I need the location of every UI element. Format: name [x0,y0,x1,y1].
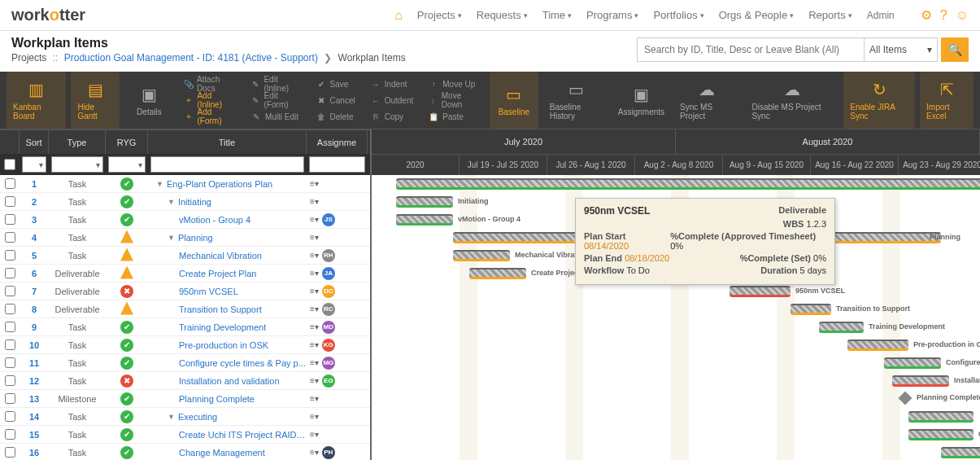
save-button[interactable]: ✔Save [316,77,355,91]
kanban-button[interactable]: ▥Kanban Board [7,72,66,129]
type-filter[interactable]: ▾ [51,156,103,173]
assignments-button[interactable]: ▣Assignments [614,72,669,129]
row-menu-icon[interactable]: ≡▾ [310,179,319,188]
task-link[interactable]: Executing [178,412,217,422]
task-link[interactable]: Pre-production in OSK [179,340,268,350]
row-menu-icon[interactable]: ≡▾ [310,304,319,313]
task-link[interactable]: Create Project Plan [179,269,256,278]
task-link[interactable]: Configure cycle times & Pay p... [179,358,306,368]
jira-sync-button[interactable]: ↻Enable JIRA Sync [843,72,915,129]
row-checkbox[interactable] [5,304,15,314]
cancel-button[interactable]: ✖Cancel [316,93,355,107]
baseline-button[interactable]: ▭Baseline [490,72,538,129]
search-button[interactable]: 🔍 [941,37,969,62]
row-menu-icon[interactable]: ≡▾ [310,215,319,224]
task-link[interactable]: 950nm VCSEL [179,287,238,296]
table-row[interactable]: 2Task✔▼Initiating≡▾ [0,193,370,211]
nav-reports[interactable]: Reports ▾ [808,9,852,21]
sort-filter[interactable]: ▾ [22,156,46,173]
edit-inline-button[interactable]: ✎Edit (Inline) [250,77,301,91]
add-form-button[interactable]: ＋Add (Form) [183,109,236,124]
row-menu-icon[interactable]: ≡▾ [310,251,319,260]
ryg-filter[interactable]: ▾ [108,156,146,173]
move-up-button[interactable]: ↑Move Up [428,77,480,91]
gantt-bar[interactable] [396,178,980,190]
col-type[interactable]: Type [49,130,106,154]
row-menu-icon[interactable]: ≡▾ [310,394,319,403]
row-menu-icon[interactable]: ≡▾ [310,448,319,457]
table-row[interactable]: 6DeliverableCreate Project Plan≡▾JA [0,265,370,283]
table-row[interactable]: 15Task✔Create Uchi ITS Project RAID l...… [0,426,370,444]
title-filter[interactable] [150,156,304,173]
search-filter-dropdown[interactable]: All Items▾ [865,37,938,62]
sync-ms-button[interactable]: ☁Sync MS Project [673,72,740,129]
gantt-bar[interactable] [892,375,949,387]
task-link[interactable]: Eng-Plant Operations Plan [167,179,272,189]
table-row[interactable]: 7Deliverable✖950nm VCSEL≡▾DC [0,283,370,300]
row-checkbox[interactable] [5,214,15,225]
details-button[interactable]: ▣Details [124,72,173,129]
add-inline-button[interactable]: ＋Add (Inline) [183,93,236,107]
row-checkbox[interactable] [5,196,15,207]
task-link[interactable]: Change Management [179,448,265,458]
user-icon[interactable]: ☺ [956,8,969,23]
gantt-bar[interactable] [941,447,980,458]
row-menu-icon[interactable]: ≡▾ [310,322,319,331]
row-checkbox[interactable] [5,250,15,261]
nav-requests[interactable]: Requests ▾ [477,9,528,21]
row-checkbox[interactable] [5,375,15,386]
row-menu-icon[interactable]: ≡▾ [310,412,319,421]
row-menu-icon[interactable]: ≡▾ [310,233,319,242]
gantt-bar[interactable] [453,250,510,261]
row-checkbox[interactable] [5,357,15,368]
home-icon[interactable]: ⌂ [394,8,403,23]
attach-docs-button[interactable]: 📎Attach Docs [183,77,236,91]
gantt-bar[interactable] [730,286,791,297]
select-all-checkbox[interactable] [4,159,15,170]
multi-edit-button[interactable]: ✎Multi Edit [250,109,301,124]
task-link[interactable]: Installation and validation [179,376,280,386]
baseline-history-button[interactable]: ▭Baseline History [543,72,609,129]
table-row[interactable]: 8DeliverableTransition to Support≡▾RC [0,300,370,318]
gear-icon[interactable]: ⚙ [921,7,932,23]
gantt-chart[interactable]: July 2020August 2020 2020Jul 19 - Jul 25… [370,129,980,460]
outdent-button[interactable]: ←Outdent [370,93,414,107]
delete-button[interactable]: 🗑Delete [316,109,355,124]
row-menu-icon[interactable]: ≡▾ [310,340,319,349]
search-input[interactable] [637,37,865,62]
gantt-body[interactable]: 950nm VCSELDeliverable WBS 1.2.3 Plan St… [372,175,980,460]
table-row[interactable]: 14Task✔▼Executing≡▾ [0,408,370,426]
gantt-bar[interactable] [396,196,453,208]
edit-form-button[interactable]: ✎Edit (Form) [250,93,301,107]
row-checkbox[interactable] [5,232,15,243]
indent-button[interactable]: →Indent [370,77,414,91]
gantt-bar[interactable] [847,340,908,351]
gantt-bar[interactable] [396,214,453,226]
task-link[interactable]: vMotion - Group 4 [179,215,250,225]
gantt-milestone[interactable] [899,392,912,405]
table-row[interactable]: 1Task✔▼Eng-Plant Operations Plan≡▾ [0,175,370,193]
task-link[interactable]: Training Development [179,322,266,332]
task-link[interactable]: Initiating [178,197,211,207]
nav-time[interactable]: Time ▾ [542,9,572,21]
row-checkbox[interactable] [5,268,15,278]
table-row[interactable]: 11Task✔Configure cycle times & Pay p...≡… [0,354,370,372]
row-checkbox[interactable] [5,340,15,350]
row-checkbox[interactable] [5,447,15,458]
gantt-bar[interactable] [908,429,973,440]
assign-filter[interactable] [309,156,365,173]
task-link[interactable]: Planning [178,233,213,243]
row-menu-icon[interactable]: ≡▾ [310,287,319,296]
table-row[interactable]: 3Task✔vMotion - Group 4≡▾JS [0,211,370,229]
breadcrumb-project-link[interactable]: Production Goal Management - ID: 4181 (A… [64,52,318,64]
task-link[interactable]: Create Uchi ITS Project RAID l... [179,430,307,440]
help-icon[interactable]: ? [940,8,947,23]
row-checkbox[interactable] [5,411,15,422]
task-link[interactable]: Mechanical Vibration [179,251,262,261]
gantt-bar[interactable] [908,411,973,423]
admin-link[interactable]: Admin [867,10,895,21]
table-row[interactable]: 12Task✖Installation and validation≡▾EG [0,372,370,390]
move-down-button[interactable]: ↓Move Down [428,93,480,107]
col-assign[interactable]: Assignme [307,130,368,154]
col-sort[interactable]: Sort [20,130,49,154]
